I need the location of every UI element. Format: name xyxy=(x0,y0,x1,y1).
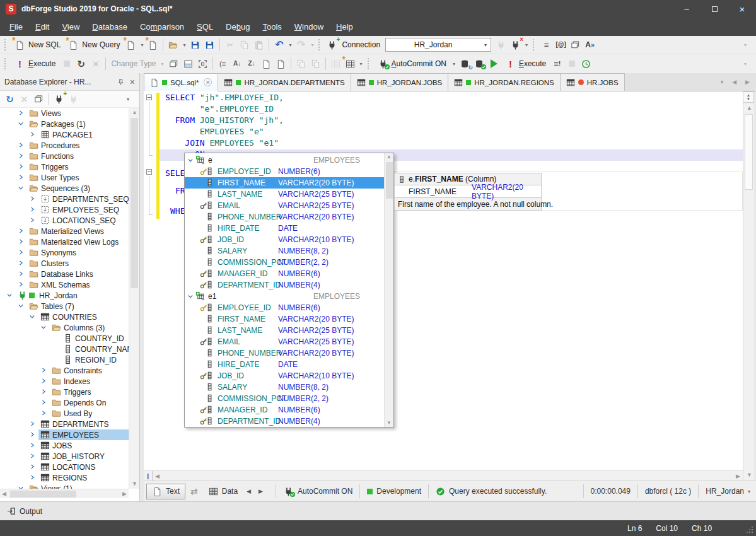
document-tab-hr-jobs[interactable]: HR.JOBS xyxy=(561,73,625,91)
undo-button[interactable]: ↶ xyxy=(272,37,286,52)
tree-item-sequences-3-[interactable]: Sequences (3) xyxy=(0,183,129,194)
format-sel-button[interactable] xyxy=(274,56,288,71)
menu-tools[interactable]: Tools xyxy=(256,18,288,36)
scroll-down-icon[interactable]: ▼ xyxy=(387,421,392,426)
new-sql-button[interactable]: *New SQL xyxy=(11,37,64,52)
disconnect-button[interactable]: × xyxy=(508,37,523,52)
new-data-grid-button[interactable]: * xyxy=(343,56,358,71)
tree-item-xml-schemas[interactable]: XML Schemas xyxy=(0,279,129,290)
completion-item-email[interactable]: EMAILVARCHAR2(25 BYTE) xyxy=(185,336,384,347)
full-screen-button[interactable] xyxy=(195,56,210,71)
collapse-icon[interactable] xyxy=(187,157,194,163)
expand-icon[interactable] xyxy=(29,217,35,223)
expand-icon[interactable] xyxy=(18,271,24,277)
execute-button[interactable]: !Execute xyxy=(11,56,59,71)
dropdown-arrow-icon[interactable]: ▾ xyxy=(286,42,294,48)
popup-scrollbar[interactable]: ▲ ▼ xyxy=(384,153,393,427)
scroll-tabs-right-icon[interactable]: ▶ xyxy=(745,79,750,85)
completion-item-salary[interactable]: SALARYNUMBER(8, 2) xyxy=(185,245,384,257)
completion-item-last_name[interactable]: LAST_NAMEVARCHAR2(25 BYTE) xyxy=(185,189,384,200)
tree-item-constraints[interactable]: Constraints xyxy=(0,365,129,376)
completion-group-e[interactable]: eEMPLOYEES xyxy=(185,154,384,166)
tab-list-dropdown-icon[interactable]: ▾ xyxy=(721,79,724,85)
expand-icon[interactable] xyxy=(40,367,47,373)
connection-combobox[interactable]: HR_Jordan▾ xyxy=(385,38,491,52)
history-button[interactable] xyxy=(579,56,593,71)
expand-icon[interactable] xyxy=(18,153,24,159)
dropdown-arrow-icon[interactable]: ▾ xyxy=(523,42,530,48)
tree-item-database-links[interactable]: Database Links xyxy=(0,269,129,279)
completion-item-last_name[interactable]: LAST_NAMEVARCHAR2(25 BYTE) xyxy=(185,325,384,336)
scrollbar-thumb[interactable] xyxy=(10,491,76,498)
tree-item-views-1-[interactable]: Views (1) xyxy=(0,483,129,489)
tree-item-materialized-views[interactable]: Materialized Views xyxy=(0,226,129,236)
scrollbar-thumb[interactable] xyxy=(745,114,753,190)
completion-group-e1[interactable]: e1EMPLOYEES xyxy=(185,291,384,302)
scroll-left-icon[interactable]: ◀ xyxy=(155,474,160,479)
completion-item-phone_number[interactable]: PHONE_NUMBERVARCHAR2(20 BYTE) xyxy=(185,211,384,223)
expand-icon[interactable] xyxy=(18,260,24,266)
collapse-icon[interactable] xyxy=(6,292,13,298)
dropdown-arrow-icon[interactable]: ▾ xyxy=(124,96,132,102)
completion-item-hire_date[interactable]: HIRE_DATEDATE xyxy=(185,223,384,234)
tree-item-region-id[interactable]: REGION_ID xyxy=(0,354,129,365)
schema-selector[interactable]: HR_Jordan ▾ xyxy=(702,487,753,496)
scroll-up-icon[interactable]: ▲ xyxy=(387,154,392,160)
expand-icon[interactable] xyxy=(18,238,24,245)
completion-item-manager_id[interactable]: MANAGER_IDNUMBER(6) xyxy=(185,404,384,416)
format-sql-button[interactable]: ≡ xyxy=(539,37,554,52)
window-list-button[interactable] xyxy=(568,37,583,52)
new-file-button[interactable]: * xyxy=(146,37,160,52)
dropdown-arrow-icon[interactable]: ▾ xyxy=(180,42,188,48)
split-handle[interactable]: ∥ xyxy=(144,471,153,481)
completion-item-hire_date[interactable]: HIRE_DATEDATE xyxy=(185,359,384,370)
scroll-up-icon[interactable]: ▲ xyxy=(132,110,137,115)
fold-collapse-icon[interactable] xyxy=(146,95,152,100)
minimize-button[interactable]: – xyxy=(673,0,701,18)
tree-item-depends-on[interactable]: Depends On xyxy=(0,397,129,408)
tree-item-employees-seq[interactable]: EMPLOYEES_SEQ xyxy=(0,204,129,215)
expand-icon[interactable] xyxy=(29,421,35,427)
expand-icon[interactable] xyxy=(40,388,47,395)
tree-item-departments-seq[interactable]: DEPARTMENTS_SEQ xyxy=(0,194,129,204)
scroll-down-icon[interactable]: ▼ xyxy=(747,472,752,478)
chevron-down-icon[interactable]: ▾ xyxy=(748,489,750,494)
expand-icon[interactable] xyxy=(29,195,35,202)
menu-sql[interactable]: SQL xyxy=(190,18,219,36)
toolbar-grip[interactable] xyxy=(4,39,8,50)
tree-item-triggers[interactable]: Triggers xyxy=(0,161,129,172)
tree-item-locations[interactable]: LOCATIONS xyxy=(0,462,129,472)
completion-item-email[interactable]: EMAILVARCHAR2(25 BYTE) xyxy=(185,200,384,211)
document-tab-sql-sql-[interactable]: SQL.sql*✕ xyxy=(144,73,218,91)
dropdown-arrow-icon[interactable]: ▾ xyxy=(450,61,458,67)
tree-item-countries[interactable]: COUNTRIES xyxy=(0,312,129,322)
environment-indicator[interactable]: Development xyxy=(364,487,424,496)
expand-icon[interactable] xyxy=(29,442,35,448)
completion-item-employee_id[interactable]: EMPLOYEE_IDNUMBER(6) xyxy=(185,302,384,313)
completion-item-phone_number[interactable]: PHONE_NUMBERVARCHAR2(20 BYTE) xyxy=(185,347,384,359)
collapse-icon[interactable] xyxy=(29,313,35,320)
scroll-left-icon[interactable]: ◀ xyxy=(2,491,6,497)
expand-icon[interactable] xyxy=(29,206,35,213)
scroll-right-icon[interactable]: ▶ xyxy=(736,474,740,479)
toolbar-grip[interactable] xyxy=(318,39,322,50)
completion-item-first_name[interactable]: FIRST_NAMEVARCHAR2(20 BYTE) xyxy=(185,313,384,325)
autocommit-indicator[interactable]: AutoCommit ON xyxy=(280,486,356,496)
expand-icon[interactable] xyxy=(40,378,47,384)
run-button[interactable] xyxy=(487,56,501,71)
maximize-button[interactable] xyxy=(701,0,728,18)
collapse-icon[interactable] xyxy=(187,293,194,300)
explorer-vertical-scrollbar[interactable]: ▲ ▼ xyxy=(129,108,139,489)
close-tab-icon[interactable]: ✕ xyxy=(204,78,212,86)
menu-database[interactable]: Database xyxy=(86,18,134,36)
completion-item-department_id[interactable]: DEPARTMENT_IDNUMBER(4) xyxy=(185,279,384,291)
expand-icon[interactable] xyxy=(18,174,24,180)
tree-item-materialized-view-logs[interactable]: Materialized View Logs xyxy=(0,236,129,247)
format-doc-button[interactable] xyxy=(259,56,274,71)
pin-icon[interactable] xyxy=(117,78,125,86)
cascade-windows-button[interactable] xyxy=(32,91,46,107)
fold-collapse-icon[interactable] xyxy=(146,169,152,175)
data-view-tab[interactable]: Data xyxy=(203,484,243,499)
menu-edit[interactable]: Edit xyxy=(29,18,55,36)
editor-vertical-scrollbar[interactable]: ▲ ▼ xyxy=(743,91,754,481)
